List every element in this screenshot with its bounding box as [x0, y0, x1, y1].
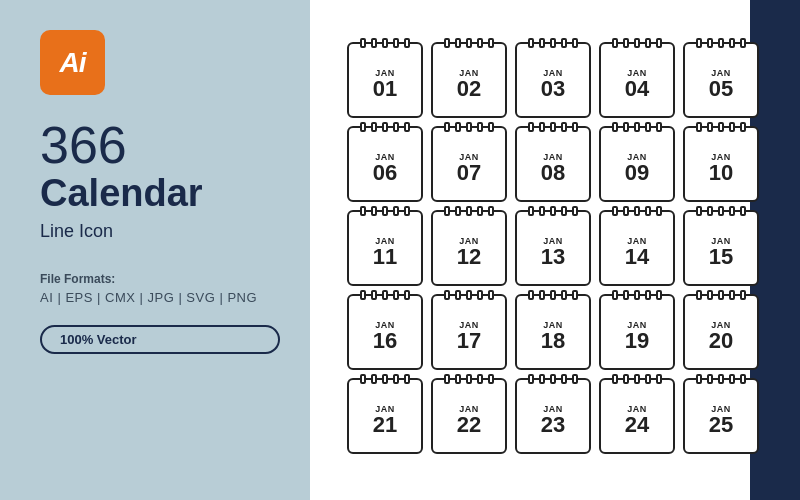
calendar-rings [360, 206, 410, 216]
ring [382, 374, 388, 384]
calendar-rings [612, 38, 662, 48]
ring [466, 38, 472, 48]
ring [371, 122, 377, 132]
calendar-icon-23: JAN23 [515, 378, 591, 454]
calendar-rings [612, 122, 662, 132]
ring [634, 38, 640, 48]
ring [696, 290, 702, 300]
ring [729, 206, 735, 216]
calendar-rings [360, 38, 410, 48]
ring [645, 374, 651, 384]
title-text: Calendar [40, 173, 280, 215]
ring [539, 374, 545, 384]
calendar-day-number: 11 [373, 246, 397, 268]
calendar-icon-20: JAN20 [683, 294, 759, 370]
ring [550, 206, 556, 216]
calendar-rings [696, 206, 746, 216]
calendar-day-number: 16 [373, 330, 397, 352]
ring [707, 374, 713, 384]
calendar-rings [528, 206, 578, 216]
ring [488, 122, 494, 132]
calendar-day-number: 19 [625, 330, 649, 352]
calendar-icon-04: JAN04 [599, 42, 675, 118]
ai-badge-text: Ai [60, 47, 86, 79]
ring [572, 206, 578, 216]
ring [707, 38, 713, 48]
calendar-day-number: 18 [541, 330, 565, 352]
ring [718, 374, 724, 384]
calendar-icon-24: JAN24 [599, 378, 675, 454]
calendar-day-number: 08 [541, 162, 565, 184]
calendar-day-number: 21 [373, 414, 397, 436]
ring [707, 122, 713, 132]
ring [444, 206, 450, 216]
calendar-icon-21: JAN21 [347, 378, 423, 454]
ring [466, 374, 472, 384]
calendar-rings [696, 38, 746, 48]
ring [455, 290, 461, 300]
ring [371, 38, 377, 48]
calendar-day-number: 10 [709, 162, 733, 184]
ring [740, 206, 746, 216]
ring [561, 206, 567, 216]
ring [488, 290, 494, 300]
ring [477, 374, 483, 384]
ring [645, 38, 651, 48]
subtitle-text: Line Icon [40, 221, 280, 242]
vector-badge: 100% Vector [40, 325, 280, 354]
calendar-day-number: 09 [625, 162, 649, 184]
ring [572, 374, 578, 384]
calendar-rings [444, 290, 494, 300]
ring [645, 290, 651, 300]
ring [623, 290, 629, 300]
ring [382, 290, 388, 300]
ring [656, 122, 662, 132]
ring [561, 38, 567, 48]
calendar-rings [360, 290, 410, 300]
ring [528, 290, 534, 300]
calendar-day-number: 07 [457, 162, 481, 184]
calendar-day-number: 05 [709, 78, 733, 100]
ring [623, 374, 629, 384]
ring [729, 290, 735, 300]
calendar-rings [444, 206, 494, 216]
calendar-day-number: 22 [457, 414, 481, 436]
ring [612, 38, 618, 48]
ring [718, 38, 724, 48]
ring [634, 374, 640, 384]
ai-badge: Ai [40, 30, 105, 95]
ring [696, 38, 702, 48]
calendar-icon-12: JAN12 [431, 210, 507, 286]
ring [696, 206, 702, 216]
calendar-rings [612, 374, 662, 384]
calendar-rings [444, 122, 494, 132]
calendar-icon-08: JAN08 [515, 126, 591, 202]
ring [572, 290, 578, 300]
ring [455, 374, 461, 384]
calendar-icon-03: JAN03 [515, 42, 591, 118]
ring [360, 122, 366, 132]
ring [539, 122, 545, 132]
ring [466, 122, 472, 132]
ring [707, 290, 713, 300]
ring [444, 122, 450, 132]
ring [634, 206, 640, 216]
calendar-day-number: 14 [625, 246, 649, 268]
ring [718, 206, 724, 216]
ring [528, 122, 534, 132]
ring [718, 290, 724, 300]
calendar-day-number: 04 [625, 78, 649, 100]
ring [404, 122, 410, 132]
calendar-rings [612, 290, 662, 300]
ring [740, 122, 746, 132]
calendar-icon-16: JAN16 [347, 294, 423, 370]
ring [572, 38, 578, 48]
calendar-rings [612, 206, 662, 216]
calendar-rings [444, 38, 494, 48]
ring [729, 122, 735, 132]
ring [360, 290, 366, 300]
ring [656, 290, 662, 300]
ring [696, 122, 702, 132]
ring [572, 122, 578, 132]
calendar-icon-11: JAN11 [347, 210, 423, 286]
